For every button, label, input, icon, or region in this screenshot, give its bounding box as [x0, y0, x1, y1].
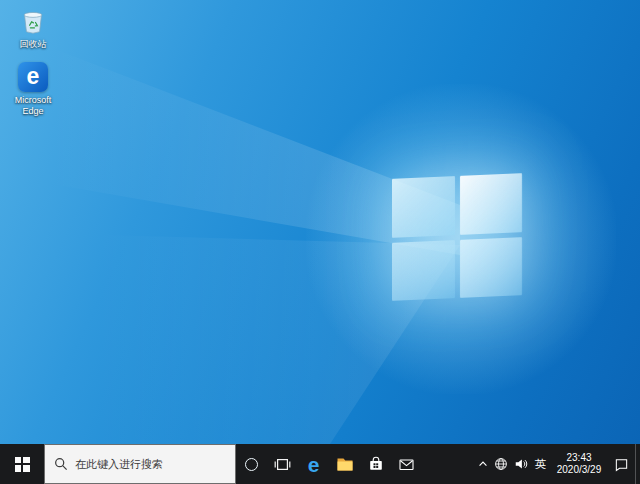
edge-shortcut-label: Microsoft Edge	[4, 95, 62, 117]
store-icon	[367, 455, 385, 473]
task-view-button[interactable]	[267, 444, 298, 484]
windows-logo-pane	[392, 176, 455, 237]
recycle-bin-shortcut[interactable]: 回收站	[4, 6, 62, 50]
edge-taskbar-button[interactable]: e	[298, 444, 329, 484]
recycle-bin-label: 回收站	[20, 39, 47, 50]
store-button[interactable]	[360, 444, 391, 484]
windows-logo-icon	[15, 457, 30, 472]
windows-logo-pane	[460, 173, 523, 234]
tray-overflow-button[interactable]	[475, 444, 491, 484]
file-explorer-button[interactable]	[329, 444, 360, 484]
edge-letter-glyph: e	[27, 65, 40, 88]
windows-logo-pane	[392, 240, 455, 301]
action-center-button[interactable]	[608, 444, 635, 484]
clock-date: 2020/3/29	[557, 464, 602, 477]
volume-button[interactable]	[511, 444, 531, 484]
edge-icon: e	[308, 454, 320, 475]
clock[interactable]: 23:43 2020/3/29	[550, 444, 608, 484]
ime-indicator[interactable]: 英	[531, 444, 550, 484]
taskbar: e	[0, 444, 640, 484]
taskbar-search-box[interactable]	[44, 444, 236, 484]
action-center-icon	[614, 457, 629, 472]
start-button[interactable]	[0, 444, 44, 484]
search-input[interactable]	[75, 458, 226, 470]
wallpaper-light-beam-upper	[0, 0, 640, 444]
mail-button[interactable]	[391, 444, 422, 484]
search-icon	[54, 457, 68, 471]
system-tray: 英 23:43 2020/3/29	[475, 444, 640, 484]
recycle-bin-icon	[18, 6, 48, 36]
windows-logo-wallpaper	[392, 173, 522, 301]
mail-icon	[398, 456, 415, 473]
wallpaper-light-beam-lower	[0, 0, 640, 444]
windows-desktop-screen: 回收站 e Microsoft Edge	[0, 0, 640, 484]
show-desktop-button[interactable]	[635, 444, 640, 484]
cortana-button[interactable]	[236, 444, 267, 484]
edge-icon: e	[18, 62, 48, 92]
edge-shortcut[interactable]: e Microsoft Edge	[4, 62, 62, 117]
network-globe-icon	[494, 457, 508, 471]
network-button[interactable]	[491, 444, 511, 484]
speaker-icon	[514, 457, 528, 471]
cortana-icon	[245, 458, 258, 471]
clock-time: 23:43	[566, 452, 591, 465]
windows-logo-pane	[460, 237, 523, 298]
wallpaper-light-beam-right	[0, 0, 640, 444]
file-explorer-icon	[335, 454, 355, 474]
desktop-icon-list: 回收站 e Microsoft Edge	[4, 6, 62, 116]
desktop-wallpaper: 回收站 e Microsoft Edge	[0, 0, 640, 444]
task-view-icon	[274, 456, 291, 473]
chevron-up-icon	[477, 458, 489, 470]
